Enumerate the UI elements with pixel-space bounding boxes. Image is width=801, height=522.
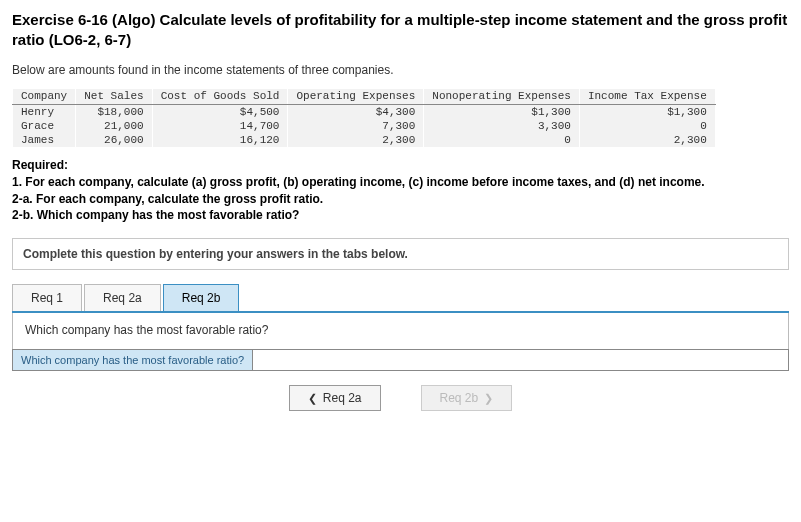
table-row: Henry $18,000 $4,500 $4,300 $1,300 $1,30…: [13, 105, 716, 120]
answer-input[interactable]: [253, 350, 421, 370]
required-line1: 1. For each company, calculate (a) gross…: [12, 175, 705, 189]
instruction-bar: Complete this question by entering your …: [12, 238, 789, 270]
tab-req1[interactable]: Req 1: [12, 284, 82, 311]
cell: 3,300: [424, 119, 580, 133]
cell: 7,300: [288, 119, 424, 133]
col-company: Company: [13, 89, 76, 105]
next-button[interactable]: Req 2b ❯: [421, 385, 513, 411]
cell: 2,300: [579, 133, 715, 147]
cell: 16,120: [152, 133, 288, 147]
cell: 0: [579, 119, 715, 133]
prev-label: Req 2a: [323, 391, 362, 405]
income-table: Company Net Sales Cost of Goods Sold Ope…: [12, 89, 716, 147]
tab-req2b[interactable]: Req 2b: [163, 284, 240, 311]
cell: $4,500: [152, 105, 288, 120]
tab-req2a[interactable]: Req 2a: [84, 284, 161, 311]
col-nonop: Nonoperating Expenses: [424, 89, 580, 105]
chevron-right-icon: ❯: [484, 392, 493, 405]
required-line2: 2-a. For each company, calculate the gro…: [12, 192, 323, 206]
col-op-exp: Operating Expenses: [288, 89, 424, 105]
col-tax: Income Tax Expense: [579, 89, 715, 105]
cell: $1,300: [424, 105, 580, 120]
cell: $1,300: [579, 105, 715, 120]
cell: Grace: [13, 119, 76, 133]
nav-buttons: ❮ Req 2a Req 2b ❯: [12, 385, 789, 411]
answer-label: Which company has the most favorable rat…: [13, 350, 253, 370]
tab-strip: Req 1 Req 2a Req 2b: [12, 284, 789, 313]
exercise-title: Exercise 6-16 (Algo) Calculate levels of…: [12, 10, 789, 49]
intro-text: Below are amounts found in the income st…: [12, 63, 789, 77]
required-heading: Required:: [12, 158, 68, 172]
answer-row: Which company has the most favorable rat…: [12, 349, 789, 371]
cell: $4,300: [288, 105, 424, 120]
cell: 26,000: [76, 133, 152, 147]
required-line3: 2-b. Which company has the most favorabl…: [12, 208, 299, 222]
next-label: Req 2b: [440, 391, 479, 405]
cell: 2,300: [288, 133, 424, 147]
chevron-left-icon: ❮: [308, 392, 317, 405]
cell: Henry: [13, 105, 76, 120]
col-cogs: Cost of Goods Sold: [152, 89, 288, 105]
col-net-sales: Net Sales: [76, 89, 152, 105]
cell: 0: [424, 133, 580, 147]
table-row: James 26,000 16,120 2,300 0 2,300: [13, 133, 716, 147]
question-text: Which company has the most favorable rat…: [12, 313, 789, 349]
prev-button[interactable]: ❮ Req 2a: [289, 385, 381, 411]
cell: $18,000: [76, 105, 152, 120]
cell: 21,000: [76, 119, 152, 133]
cell: James: [13, 133, 76, 147]
required-block: Required: 1. For each company, calculate…: [12, 157, 789, 224]
cell: 14,700: [152, 119, 288, 133]
table-row: Grace 21,000 14,700 7,300 3,300 0: [13, 119, 716, 133]
